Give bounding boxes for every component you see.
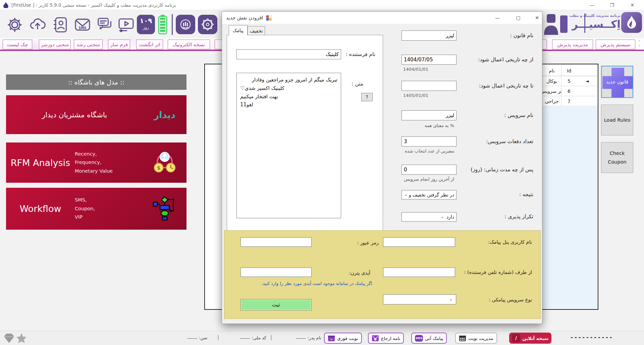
father-name-label: نام پدر: (308, 335, 321, 340)
cell-name[interactable]: جراحی (542, 96, 561, 106)
chevron-down-icon: ⌄ (441, 214, 444, 219)
cell-id[interactable]: 5 (561, 76, 577, 86)
father-name-value-placeholder (296, 338, 306, 339)
separator: | (270, 334, 272, 340)
chevron-down-icon: ⌄ (404, 192, 408, 197)
rfm-lines: Recency, Frequency, Monetary Value (75, 150, 143, 175)
card-rfm-analysis[interactable]: RFM Analysis Recency, Frequency, Monetar… (6, 142, 186, 183)
cloud-upload-icon[interactable] (28, 15, 47, 34)
load-rules-button[interactable]: Load Rules (601, 105, 633, 135)
check-coupon-button[interactable]: Check Coupon (601, 142, 633, 173)
tab-checklist[interactable]: چک لیست (3, 40, 32, 49)
appointment-management-button[interactable]: مدیریت نوبت (455, 333, 497, 344)
submit-button[interactable]: ثبت (240, 299, 312, 310)
sms-tab-page: نام فرستنده : متن : ? تبریک میگم از امرو… (227, 35, 383, 231)
from-date-hint: 1404/01/01 (403, 67, 428, 72)
svg-text:»: » (330, 338, 332, 341)
referral-letter-envelope-icon (372, 335, 379, 342)
tab-e-prescription[interactable]: نسخه الکترونیک (168, 40, 210, 49)
window-restore-button[interactable]: ❐ (604, 0, 620, 10)
check-coupon-line1: Check (610, 149, 625, 158)
after-days-label: پس از چه مدت زمانی: (روز) (471, 167, 533, 173)
from-date-input[interactable] (401, 55, 457, 65)
repeatable-value: دارد (446, 213, 454, 221)
quick-appointment-button[interactable]: » نوبت فوری (324, 333, 362, 344)
tab-head-circumference-curve[interactable]: منحنی دورسر (39, 40, 71, 49)
sms-envelope-icon[interactable]: SMS (73, 15, 92, 34)
help-button[interactable]: ? (361, 93, 373, 101)
dialog-minimize-button[interactable]: — (490, 12, 504, 24)
statusbar: سن: | کد ملی: | نام پدر: » نوبت فوری نام… (0, 331, 644, 345)
tabstrip-scroll-down-icon[interactable]: ˅ (636, 45, 643, 50)
panel-pattern-input[interactable] (240, 268, 312, 277)
insurance-star-emblem-icon[interactable] (198, 15, 217, 34)
card-workflow[interactable]: Workflow SMS, Coupon, VIP (6, 188, 186, 230)
dialog-title: افزودن نقش جدید (226, 15, 263, 20)
panel-username-label: نام کاربری پنل پیامک: (488, 239, 532, 245)
cell-name[interactable]: هر سرویس (542, 86, 561, 96)
message-textarea[interactable]: تبریک میگم از امروز جزو مراجعین وفادار ک… (236, 73, 341, 218)
instant-sms-button[interactable]: sms پیامک آنی (411, 333, 447, 344)
age-label: سن: (199, 335, 207, 340)
panel-username-input[interactable] (383, 237, 455, 247)
card-didar-club[interactable]: باشگاه مشتریان دیدار دیدار (6, 95, 186, 134)
tab-admission-system[interactable]: سیستم پذیرش (596, 40, 635, 49)
club-models-header: :: مدل های باشگاه :: (6, 74, 186, 90)
column-header-selector (577, 66, 598, 76)
dialog-close-button[interactable]: ✕ (530, 12, 544, 24)
gem-icon[interactable] (4, 334, 14, 343)
online-prescription-button[interactable]: ∕ نسخه آنلاین (509, 333, 551, 344)
service-name-hint: % به معنای همه (425, 123, 454, 128)
row-selector (577, 86, 598, 96)
sender-name-input[interactable] (236, 49, 341, 59)
cell-id[interactable]: 7 (561, 96, 577, 106)
tab-discount[interactable]: تخفیف (248, 26, 265, 35)
rule-name-label: نام قانون : (510, 33, 533, 39)
sms-bubble-icon: sms (415, 335, 423, 342)
panel-from-input[interactable] (383, 268, 455, 277)
tab-form-builder[interactable]: فرم ساز (108, 40, 130, 49)
service-name-input[interactable] (401, 110, 457, 120)
health-ministry-emblem-icon[interactable] (176, 15, 195, 34)
video-tutorial-icon[interactable] (117, 15, 136, 34)
brand-text: برنامه مدیریت کلینیک و مطب اِکــسیـــر (586, 13, 621, 31)
chat-messages-icon[interactable] (95, 15, 114, 34)
dialog-restore-button[interactable]: ▢ (511, 12, 525, 24)
window-close-button[interactable]: ✕ (625, 0, 640, 10)
service-type-select[interactable]: ⌄ (383, 294, 456, 304)
app-title: برنامه کاربردی مدیریت مطب و کلینیک اکسیر… (11, 0, 176, 10)
chevron-down-icon: ⌄ (449, 297, 452, 301)
new-rule-button[interactable]: قانون جدید (601, 66, 633, 98)
rule-name-input[interactable] (401, 31, 457, 41)
service-count-input[interactable] (401, 136, 457, 147)
referral-letter-button[interactable]: نامه ارجاع (368, 333, 404, 344)
sms-panel-settings: نام کاربری پنل پیامک: رمز عبور : از طرف … (224, 230, 541, 319)
table-row[interactable]: بوکال 5 ◄ (542, 76, 598, 86)
tab-growth-curve[interactable]: منحنی رشد (74, 40, 103, 49)
window-minimize-button[interactable]: — (584, 0, 600, 10)
repeatable-select[interactable]: ⌄ دارد (401, 212, 457, 222)
panel-from-label: از طرف (شماره تلفن فرستنده) : (464, 270, 532, 275)
column-header-id[interactable]: Id (561, 66, 577, 76)
settings-gear-icon[interactable] (5, 15, 24, 34)
cell-id[interactable]: 6 (561, 86, 577, 96)
after-days-input[interactable] (401, 165, 457, 175)
brand-name: اِکــسیـــر (586, 17, 621, 31)
cell-name[interactable]: بوکال (542, 76, 561, 86)
result-value: در نظر گرفتن تخفیف و ا (408, 190, 454, 199)
result-select[interactable]: ⌄ در نظر گرفتن تخفیف و ا (401, 190, 457, 199)
to-date-input[interactable] (401, 81, 457, 91)
to-date-hint: 1405/01/01 (403, 93, 428, 98)
tab-fingerprint[interactable]: اثر انگشت (136, 40, 163, 49)
contacts-book-icon[interactable] (51, 15, 70, 34)
tab-sms[interactable]: پیامک (229, 25, 248, 35)
message-line: لغو11 (240, 101, 337, 109)
table-row[interactable]: جراحی 7 (542, 96, 598, 106)
column-header-name[interactable]: نام (542, 66, 561, 76)
tabstrip-scroll-up-icon[interactable]: ˄ (636, 40, 643, 45)
star-icon[interactable] (16, 333, 27, 344)
days-remaining-unit: روز (137, 25, 155, 30)
tab-admission-management[interactable]: مدیریت پذیرش (552, 40, 593, 49)
table-row[interactable]: هر سرویس 6 (542, 86, 598, 96)
panel-password-input[interactable] (240, 237, 312, 247)
